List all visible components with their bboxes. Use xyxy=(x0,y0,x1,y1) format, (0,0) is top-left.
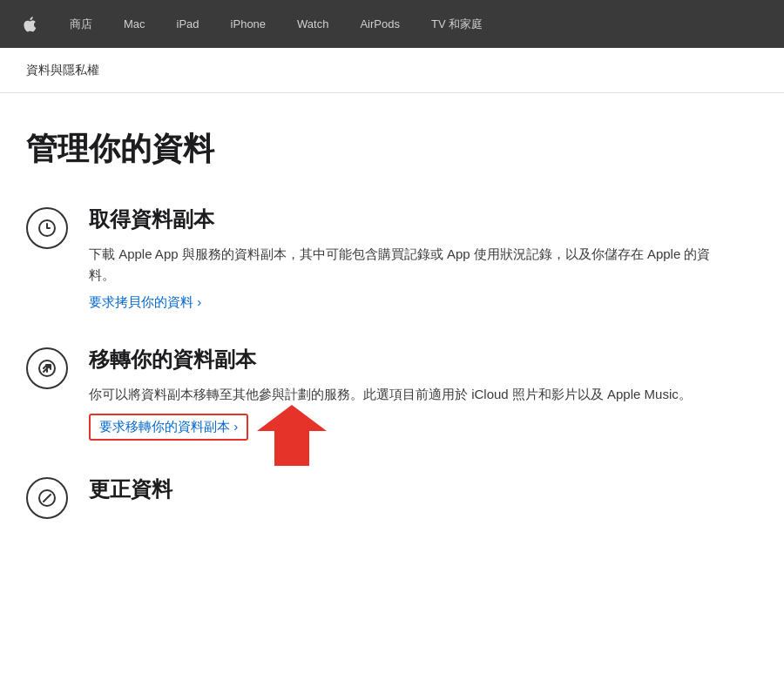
nav-airpods[interactable]: AirPods xyxy=(344,0,416,48)
red-arrow-annotation xyxy=(257,405,327,466)
transfer-title: 移轉你的資料副本 xyxy=(89,346,723,374)
copy-link[interactable]: 要求拷貝你的資料 › xyxy=(89,294,201,309)
nav-store[interactable]: 商店 xyxy=(54,0,108,48)
copy-icon xyxy=(26,207,68,249)
breadcrumb-bar: 資料與隱私權 xyxy=(0,48,784,93)
svg-marker-6 xyxy=(257,405,327,466)
nav-iphone[interactable]: iPhone xyxy=(215,0,281,48)
correct-title: 更正資料 xyxy=(89,475,723,503)
correct-body: 更正資料 xyxy=(89,475,723,514)
main-content: 管理你的資料 取得資料副本 下載 Apple App 與服務的資料副本，其中可能… xyxy=(0,93,749,589)
correct-icon xyxy=(26,477,68,519)
section-correct: 更正資料 xyxy=(26,475,723,519)
nav-ipad[interactable]: iPad xyxy=(161,0,215,48)
transfer-link-container: 要求移轉你的資料副本 › xyxy=(89,414,248,441)
nav-watch[interactable]: Watch xyxy=(281,0,344,48)
svg-line-8 xyxy=(44,495,51,502)
page-title: 管理你的資料 xyxy=(26,128,723,171)
section-transfer: 移轉你的資料副本 你可以將資料副本移轉至其他參與計劃的服務。此選項目前適用於 i… xyxy=(26,346,723,441)
nav-mac[interactable]: Mac xyxy=(108,0,161,48)
copy-desc: 下載 Apple App 與服務的資料副本，其中可能包含購買記錄或 App 使用… xyxy=(89,244,723,286)
copy-title: 取得資料副本 xyxy=(89,205,723,233)
transfer-desc: 你可以將資料副本移轉至其他參與計劃的服務。此選項目前適用於 iCloud 照片和… xyxy=(89,384,723,405)
section-copy: 取得資料副本 下載 Apple App 與服務的資料副本，其中可能包含購買記錄或… xyxy=(26,205,723,311)
copy-body: 取得資料副本 下載 Apple App 與服務的資料副本，其中可能包含購買記錄或… xyxy=(89,205,723,311)
nav-tv[interactable]: TV 和家庭 xyxy=(416,0,498,48)
transfer-icon xyxy=(26,347,68,389)
content-wrapper: 管理你的資料 取得資料副本 下載 Apple App 與服務的資料副本，其中可能… xyxy=(0,93,784,687)
breadcrumb: 資料與隱私權 xyxy=(26,63,99,77)
transfer-link[interactable]: 要求移轉你的資料副本 › xyxy=(89,414,248,441)
navbar: 商店 Mac iPad iPhone Watch AirPods TV 和家庭 xyxy=(0,0,784,48)
apple-logo[interactable] xyxy=(17,0,54,48)
transfer-body: 移轉你的資料副本 你可以將資料副本移轉至其他參與計劃的服務。此選項目前適用於 i… xyxy=(89,346,723,441)
